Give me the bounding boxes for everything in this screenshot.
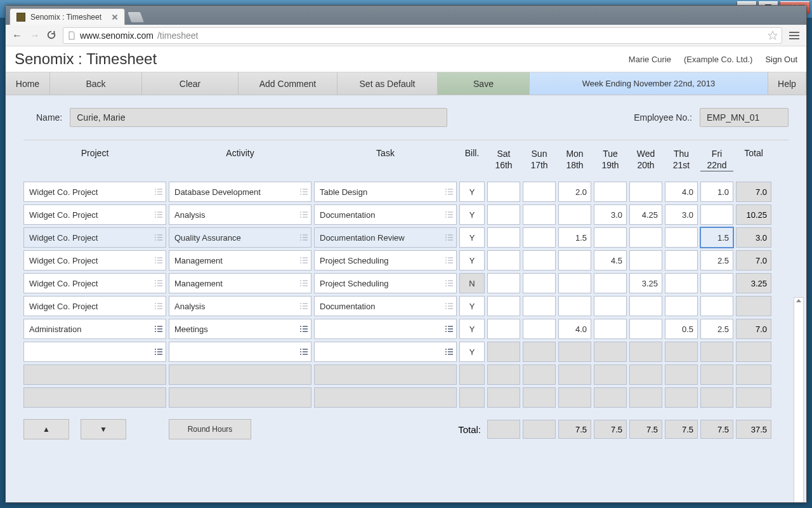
round-hours-button[interactable]: Round Hours — [169, 419, 251, 439]
tab-close-icon[interactable] — [112, 14, 118, 20]
hours-cell[interactable] — [523, 319, 556, 339]
bill-cell[interactable]: Y — [459, 204, 485, 225]
list-icon[interactable] — [154, 279, 163, 288]
hours-cell[interactable] — [558, 204, 591, 225]
list-icon[interactable] — [445, 187, 454, 196]
list-icon[interactable] — [154, 324, 163, 333]
bill-cell[interactable]: Y — [459, 250, 485, 271]
hours-cell[interactable]: 3.0 — [594, 204, 627, 225]
hours-cell[interactable]: 2.5 — [700, 250, 733, 271]
hours-cell[interactable] — [487, 273, 520, 293]
list-icon[interactable] — [299, 256, 308, 265]
url-input[interactable]: www.senomix.com/timesheet — [63, 27, 782, 44]
hours-cell[interactable] — [523, 273, 556, 293]
bookmark-star-icon[interactable] — [768, 30, 778, 41]
vertical-scrollbar[interactable] — [794, 297, 804, 502]
task-combo[interactable]: Project Scheduling — [314, 273, 457, 293]
list-icon[interactable] — [445, 256, 454, 265]
hours-cell[interactable] — [629, 319, 662, 339]
bill-cell[interactable]: Y — [459, 182, 485, 202]
bill-cell[interactable]: Y — [459, 227, 485, 248]
clear-button[interactable]: Clear — [142, 72, 239, 95]
hours-cell[interactable] — [487, 296, 520, 316]
hours-cell[interactable] — [594, 342, 627, 362]
name-field[interactable]: Curie, Marie — [70, 108, 447, 127]
hours-cell[interactable]: 4.0 — [558, 319, 591, 339]
hours-cell[interactable] — [665, 342, 698, 362]
activity-combo[interactable]: Analysis — [169, 204, 311, 225]
project-combo[interactable]: Widget Co. Project — [23, 227, 166, 248]
move-down-button[interactable]: ▼ — [81, 419, 126, 439]
hours-cell[interactable] — [594, 319, 627, 339]
hours-cell[interactable] — [629, 296, 662, 316]
hours-cell[interactable] — [523, 250, 556, 271]
bill-cell[interactable]: Y — [459, 296, 485, 316]
new-tab-button[interactable] — [127, 11, 145, 23]
project-combo[interactable]: Widget Co. Project — [23, 204, 166, 225]
list-icon[interactable] — [154, 187, 163, 196]
hours-cell[interactable] — [700, 296, 733, 316]
activity-combo[interactable]: Management — [169, 250, 311, 271]
employee-no-field[interactable]: EMP_MN_01 — [700, 108, 789, 127]
hours-cell[interactable] — [594, 182, 627, 202]
browser-tab[interactable]: Senomix : Timesheet — [10, 8, 125, 25]
list-icon[interactable] — [299, 347, 308, 356]
list-icon[interactable] — [445, 210, 454, 219]
hours-cell[interactable]: 1.5 — [558, 227, 591, 248]
hours-cell[interactable]: 3.0 — [665, 204, 698, 225]
list-icon[interactable] — [445, 302, 454, 311]
move-up-button[interactable]: ▲ — [23, 419, 69, 439]
hours-cell[interactable] — [558, 296, 591, 316]
hours-cell[interactable] — [487, 342, 520, 362]
hours-cell[interactable] — [629, 182, 662, 202]
task-combo[interactable]: Documentation — [314, 204, 457, 225]
hours-cell[interactable] — [700, 342, 733, 362]
hours-cell[interactable] — [665, 296, 698, 316]
chrome-menu-icon[interactable] — [787, 30, 801, 41]
list-icon[interactable] — [154, 302, 163, 311]
hours-cell[interactable] — [665, 227, 698, 248]
list-icon[interactable] — [445, 279, 454, 288]
project-combo[interactable]: Widget Co. Project — [23, 296, 166, 316]
hours-cell[interactable]: 1.0 — [700, 182, 733, 202]
reload-icon[interactable] — [46, 30, 58, 41]
activity-combo[interactable]: Meetings — [169, 319, 311, 339]
hours-cell[interactable] — [487, 227, 520, 248]
set-default-button[interactable]: Set as Default — [337, 72, 438, 95]
hours-cell[interactable] — [629, 250, 662, 271]
back-button[interactable]: Back — [50, 72, 142, 95]
list-icon[interactable] — [445, 347, 454, 356]
nav-back-button[interactable]: ← — [11, 30, 23, 41]
list-icon[interactable] — [299, 187, 308, 196]
hours-cell[interactable] — [523, 182, 556, 202]
project-combo[interactable]: Widget Co. Project — [23, 250, 166, 271]
task-combo[interactable]: Documentation — [314, 296, 457, 316]
save-button[interactable]: Save — [438, 72, 530, 95]
task-combo[interactable]: Project Scheduling — [314, 250, 457, 271]
activity-combo[interactable]: Quality Assurance — [169, 227, 311, 248]
list-icon[interactable] — [154, 210, 163, 219]
help-button[interactable]: Help — [768, 72, 806, 95]
hours-cell[interactable] — [487, 250, 520, 271]
bill-cell[interactable]: N — [459, 273, 485, 293]
project-combo[interactable]: Administration — [23, 319, 166, 339]
hours-cell[interactable] — [629, 227, 662, 248]
list-icon[interactable] — [299, 279, 308, 288]
hours-cell[interactable] — [523, 204, 556, 225]
hours-cell[interactable] — [700, 273, 733, 293]
hours-cell[interactable]: 2.5 — [700, 319, 733, 339]
hours-cell[interactable] — [665, 273, 698, 293]
hours-cell[interactable] — [558, 342, 591, 362]
list-icon[interactable] — [299, 210, 308, 219]
hours-cell[interactable] — [487, 182, 520, 202]
activity-combo[interactable]: Management — [169, 273, 311, 293]
bill-cell[interactable]: Y — [459, 319, 485, 339]
list-icon[interactable] — [154, 347, 163, 356]
hours-cell[interactable] — [700, 204, 733, 225]
hours-cell[interactable] — [523, 342, 556, 362]
hours-cell[interactable]: 2.0 — [558, 182, 591, 202]
hours-cell[interactable]: 4.25 — [629, 204, 662, 225]
list-icon[interactable] — [299, 324, 308, 333]
project-combo[interactable] — [23, 342, 166, 362]
list-icon[interactable] — [154, 233, 163, 242]
